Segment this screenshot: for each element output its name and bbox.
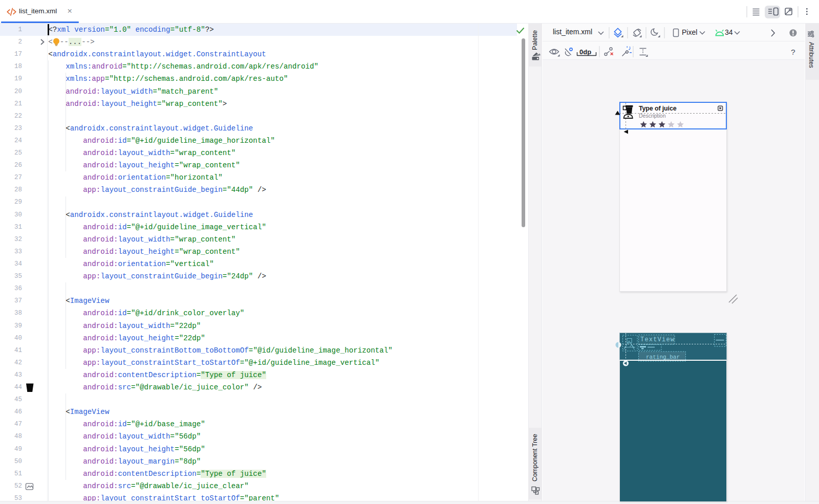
svg-text:?: ?: [791, 48, 795, 56]
